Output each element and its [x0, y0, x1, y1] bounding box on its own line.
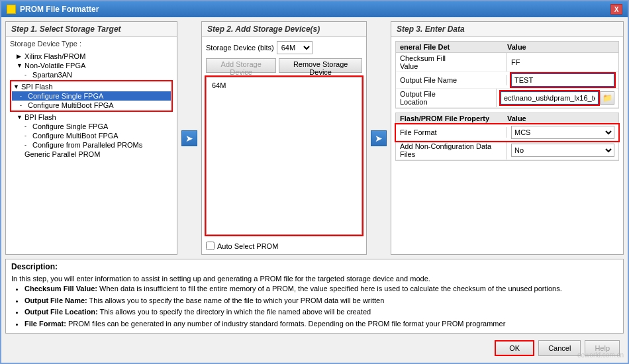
device-item: 64M — [209, 80, 359, 91]
description-list: Checksum Fill Value: When data is insuff… — [11, 284, 618, 329]
output-name-input[interactable] — [511, 73, 614, 87]
arrow1: ➤ — [181, 21, 197, 255]
step1-panel: Step 1. Select Storage Target Storage De… — [5, 21, 177, 255]
desc-item-2: Output File Name: This allows you to spe… — [24, 296, 618, 306]
non-config-row: Add Non-Configuration Data Files No Yes — [396, 141, 618, 160]
tree-spartan3an[interactable]: - Spartan3AN — [9, 70, 174, 79]
tree-bpi-parallel-label: Configure from Paralleled PROMs — [32, 141, 142, 149]
general-header-row: eneral File Det Value — [396, 42, 618, 53]
tree-bpi-flash[interactable]: ▼ BPI Flash — [9, 113, 174, 122]
file-format-select-container: MCS BIN HEX EXO SRE TEKHEX — [507, 124, 618, 140]
browse-folder-button[interactable]: 📁 — [600, 91, 614, 105]
app-icon — [7, 5, 16, 14]
tree-bpi-multi[interactable]: - Configure MultiBoot FPGA — [9, 131, 174, 140]
tree-bpi-single[interactable]: - Configure Single FPGA — [9, 122, 174, 131]
tree-configure-single[interactable]: - Configure Single FPGA — [12, 91, 171, 101]
step2-to-step3-arrow[interactable]: ➤ — [371, 130, 387, 146]
step1-header: Step 1. Select Storage Target — [6, 22, 177, 37]
main-content: Step 1. Select Storage Target Storage De… — [1, 17, 628, 363]
step2-buttons: Add Storage Device Remove Storage Device — [206, 58, 362, 73]
device-list[interactable]: 64M — [206, 77, 362, 235]
output-loc-label: Output FileLocation — [396, 89, 497, 107]
tree-bpi-label: BPI Flash — [24, 113, 56, 121]
desc-desc-4: PROM files can be generated in any numbe… — [68, 320, 505, 328]
desc-term-3: Output File Location: — [24, 308, 98, 316]
tree-generic-label: Generic Parallel PROM — [24, 150, 100, 158]
checksum-label: Checksum FillValue — [396, 53, 507, 71]
bottom-row: OK Cancel Help — [5, 338, 624, 359]
output-loc-container: 📁 — [497, 90, 618, 106]
desc-desc-1: When data is insufficient to fill the en… — [99, 285, 562, 293]
watermark: eeworld.com.cn — [577, 351, 624, 359]
remove-storage-device-button[interactable]: Remove Storage Device — [279, 58, 362, 73]
dash5: - — [24, 132, 31, 139]
tree-spi-label: SPI Flash — [21, 83, 53, 91]
step3-inner: eneral File Det Value Checksum FillValue… — [391, 37, 623, 254]
add-storage-device-button[interactable]: Add Storage Device — [206, 58, 276, 73]
output-location-input[interactable] — [501, 91, 599, 105]
tree-spartan3an-label: Spartan3AN — [32, 71, 72, 79]
title-bar: PROM File Formatter X — [1, 1, 628, 17]
steps-row: Step 1. Select Storage Target Storage De… — [5, 21, 624, 255]
dash6: - — [24, 142, 31, 148]
step1-to-step2-arrow[interactable]: ➤ — [181, 130, 197, 146]
spi-flash-box: ▼ SPI Flash - Configure Single FPGA - Co… — [10, 80, 173, 112]
expand-icon: ▶ — [17, 53, 23, 60]
storage-device-bits-label: Storage Device (bits) — [206, 44, 274, 52]
general-section: eneral File Det Value Checksum FillValue… — [395, 41, 619, 109]
tree-xilinx[interactable]: ▶ Xilinx Flash/PROM — [9, 52, 174, 61]
step3-header: Step 3. Enter Data — [391, 22, 623, 37]
general-title: eneral File Det — [400, 43, 507, 51]
output-loc-row: Output FileLocation 📁 — [396, 89, 618, 108]
tree-bpi-single-label: Configure Single FPGA — [32, 122, 108, 130]
title-bar-left: PROM File Formatter — [7, 5, 99, 14]
output-name-field-container — [507, 72, 618, 88]
checksum-row: Checksum FillValue FF — [396, 53, 618, 72]
non-config-label: Add Non-Configuration Data Files — [396, 141, 507, 159]
property-header-row: Flash/PROM File Property Value — [396, 113, 618, 124]
checksum-value: FF — [507, 57, 618, 68]
desc-item-4: File Format: PROM files can be generated… — [24, 319, 618, 329]
description-area: Description: In this step, you will ente… — [5, 259, 624, 334]
storage-device-type-label: Storage Device Type : — [6, 37, 177, 49]
step2-panel: Step 2. Add Storage Device(s) Storage De… — [201, 21, 367, 255]
description-content: In this step, you will enter information… — [11, 274, 618, 330]
tree-bpi-parallel[interactable]: - Configure from Paralleled PROMs — [9, 140, 174, 150]
output-name-label: Output File Name — [396, 75, 507, 85]
dash-icon: - — [24, 71, 31, 78]
step2-header: Step 2. Add Storage Device(s) — [202, 22, 366, 37]
storage-size-select[interactable]: 64M 128M 256M 512M — [277, 41, 313, 54]
non-config-select[interactable]: No Yes — [511, 144, 614, 157]
tree-configure-multiboot-label: Configure MultiBoot FPGA — [28, 101, 114, 109]
auto-prom-label: Auto Select PROM — [217, 242, 278, 250]
dash2: - — [20, 93, 26, 99]
auto-prom-row: Auto Select PROM — [206, 242, 362, 250]
property-value-header: Value — [507, 114, 614, 122]
tree-bpi-multi-label: Configure MultiBoot FPGA — [32, 132, 119, 140]
tree-configure-multiboot[interactable]: - Configure MultiBoot FPGA — [12, 101, 171, 110]
property-title: Flash/PROM File Property — [400, 114, 507, 122]
tree-configure-single-label: Configure Single FPGA — [28, 92, 103, 100]
tree-area: ▶ Xilinx Flash/PROM ▼ Non-Volatile FPGA … — [6, 49, 177, 254]
main-window: PROM File Formatter X Step 1. Select Sto… — [0, 0, 629, 364]
description-text: In this step, you will enter information… — [11, 274, 618, 284]
desc-item-1: Checksum Fill Value: When data is insuff… — [24, 284, 618, 294]
general-value-header: Value — [507, 43, 614, 51]
file-format-label: File Format — [396, 127, 507, 138]
step2-inner: Storage Device (bits) 64M 128M 256M 512M… — [202, 37, 366, 254]
arrow2: ➤ — [371, 21, 387, 255]
cancel-button[interactable]: Cancel — [538, 340, 581, 356]
output-name-row: Output File Name — [396, 72, 618, 89]
ok-button[interactable]: OK — [495, 340, 534, 356]
desc-desc-3: This allows you to specify the directory… — [99, 308, 371, 316]
tree-generic-parallel[interactable]: Generic Parallel PROM — [9, 150, 174, 159]
description-title: Description: — [11, 262, 618, 271]
step3-panel: Step 3. Enter Data eneral File Det Value… — [391, 21, 624, 255]
tree-non-volatile[interactable]: ▼ Non-Volatile FPGA — [9, 61, 174, 70]
tree-spi-flash[interactable]: ▼ SPI Flash — [12, 82, 171, 91]
close-button[interactable]: X — [610, 4, 622, 15]
desc-item-3: Output File Location: This allows you to… — [24, 307, 618, 317]
auto-prom-checkbox[interactable] — [206, 242, 215, 250]
expand-bpi: ▼ — [17, 114, 23, 120]
file-format-select[interactable]: MCS BIN HEX EXO SRE TEKHEX — [511, 126, 614, 139]
